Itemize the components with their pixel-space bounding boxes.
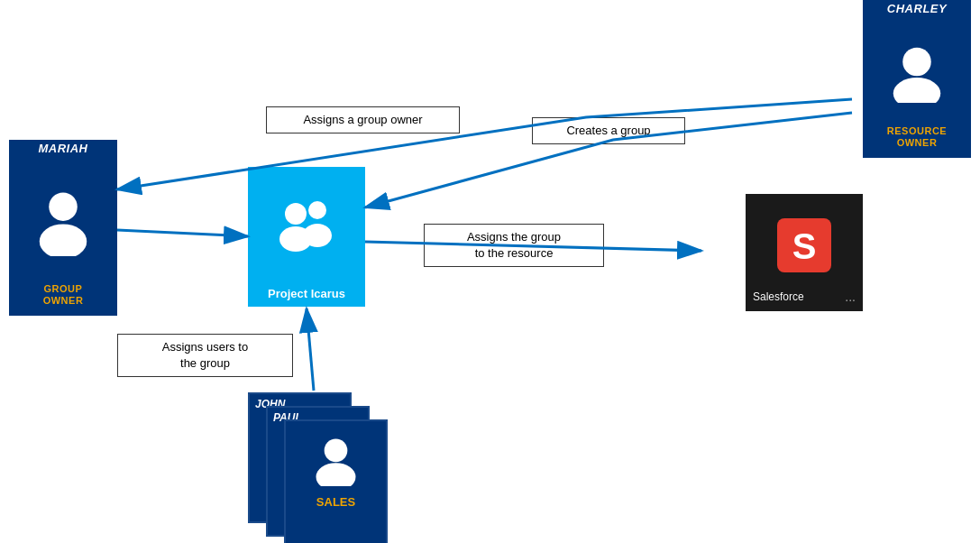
svg-point-14 bbox=[325, 439, 348, 463]
assigns-group-resource-label: Assigns the groupto the resource bbox=[424, 224, 604, 267]
salesforce-dots: ... bbox=[845, 290, 856, 304]
mariah-role: GROUPOWNER bbox=[43, 283, 84, 307]
charley-role: RESOURCEOWNER bbox=[887, 125, 947, 149]
mariah-card: MARIAH GROUPOWNER bbox=[9, 140, 117, 316]
charley-name: CHARLEY bbox=[887, 2, 947, 15]
sales-role: SALES bbox=[286, 493, 386, 511]
assigns-group-owner-label: Assigns a group owner bbox=[266, 106, 460, 133]
salesforce-card: S Salesforce ... bbox=[746, 194, 863, 311]
svg-text:S: S bbox=[792, 226, 817, 266]
stack-card-sales: SALES bbox=[284, 419, 388, 543]
mariah-icon bbox=[11, 157, 115, 283]
svg-point-0 bbox=[902, 48, 931, 77]
charley-icon bbox=[865, 17, 969, 125]
project-icarus-label: Project Icarus bbox=[264, 281, 349, 307]
group-icon bbox=[270, 167, 343, 281]
project-icarus-card: Project Icarus bbox=[248, 167, 365, 307]
svg-point-15 bbox=[316, 463, 356, 486]
charley-card: CHARLEY RESOURCEOWNER bbox=[863, 0, 971, 158]
svg-point-1 bbox=[893, 78, 941, 103]
svg-line-19 bbox=[307, 308, 314, 391]
svg-point-7 bbox=[303, 224, 332, 247]
svg-point-6 bbox=[308, 201, 326, 219]
creates-group-label: Creates a group bbox=[532, 117, 685, 144]
salesforce-logo: S bbox=[777, 201, 831, 290]
salesforce-label: Salesforce bbox=[753, 290, 804, 303]
sales-icon bbox=[286, 421, 386, 493]
svg-point-2 bbox=[49, 192, 78, 221]
svg-point-4 bbox=[285, 203, 307, 225]
svg-point-3 bbox=[40, 224, 87, 256]
svg-line-20 bbox=[117, 230, 248, 236]
salesforce-bottom: Salesforce ... bbox=[753, 290, 856, 304]
mariah-name: MARIAH bbox=[39, 142, 88, 155]
assigns-users-label: Assigns users tothe group bbox=[117, 334, 293, 377]
